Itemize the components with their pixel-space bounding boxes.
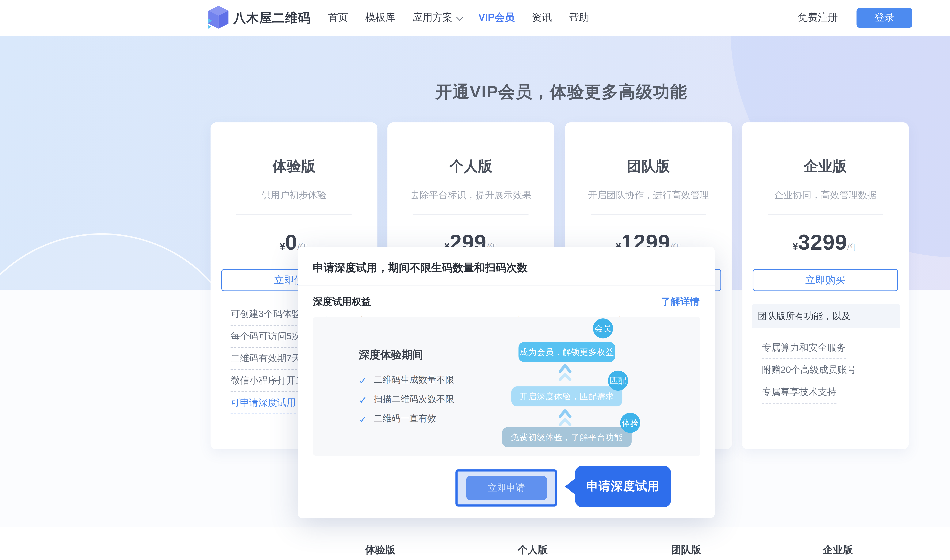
- annotation-highlight-box: 立即申请: [455, 469, 557, 507]
- navbar: 八木屋二维码 首页 模板库 应用方案 VIP会员 资讯 帮助 免费注册 登录: [0, 0, 950, 36]
- funnel-badge-member: 会员: [593, 318, 613, 338]
- compare-table-header: 体验版 个人版 团队版 企业版: [0, 527, 950, 560]
- arrow-up-icon: [557, 362, 573, 383]
- checklist-item: ✓ 二维码生成数量不限: [359, 371, 454, 390]
- compare-col-team: 团队版: [671, 544, 701, 557]
- login-button[interactable]: 登录: [856, 8, 912, 28]
- navbar-actions: 免费注册 登录: [798, 0, 912, 36]
- plan-subtitle: 去除平台标识，提升展示效果: [387, 189, 554, 202]
- plan-name: 企业版: [742, 157, 909, 176]
- plan-price: ¥3299/年: [742, 231, 909, 255]
- nav-item-news[interactable]: 资讯: [532, 11, 552, 24]
- nav-item-home[interactable]: 首页: [328, 11, 348, 24]
- divider: [768, 214, 883, 215]
- check-icon: ✓: [359, 394, 367, 405]
- main-nav: 首页 模板库 应用方案 VIP会员 资讯 帮助: [328, 0, 589, 36]
- price-value: 0: [285, 231, 298, 254]
- page-title: 开通VIP会员，体验更多高级功能: [0, 81, 950, 103]
- checklist-item: ✓ 二维码一直有效: [359, 409, 454, 429]
- detail-link[interactable]: 了解详情: [661, 295, 700, 308]
- compare-col-enterprise: 企业版: [823, 544, 853, 557]
- callout-arrow-icon: [565, 478, 576, 495]
- price-unit: /年: [847, 242, 858, 252]
- price-value: 3299: [798, 231, 847, 254]
- nav-item-solutions[interactable]: 应用方案: [412, 11, 461, 24]
- feature-item: 专属算力和安全服务: [762, 337, 909, 359]
- nav-item-solutions-label: 应用方案: [412, 11, 453, 24]
- chevron-down-icon: [456, 13, 463, 20]
- benefit-title: 深度试用权益: [313, 295, 371, 308]
- funnel-badge-experience: 体验: [620, 413, 640, 433]
- brand-name: 八木屋二维码: [233, 9, 311, 26]
- check-icon: ✓: [359, 375, 367, 386]
- funnel-step-member: 成为会员，解锁更多权益: [518, 342, 615, 362]
- benefit-panel: 深度体验期间 ✓ 二维码生成数量不限 ✓ 扫描二维码次数不限 ✓ 二维码一直有效: [313, 317, 700, 456]
- apply-now-button[interactable]: 立即申请: [466, 476, 547, 500]
- page: 八木屋二维码 首页 模板库 应用方案 VIP会员 资讯 帮助 免费注册 登录 开…: [0, 0, 950, 560]
- feature-list: 专属算力和安全服务 附赠20个高级成员账号 专属尊享技术支持: [742, 337, 909, 403]
- funnel-step-match: 开启深度体验，匹配需求: [511, 386, 622, 406]
- plan-name: 体验版: [211, 157, 377, 176]
- plan-name: 团队版: [565, 157, 732, 176]
- divider: [591, 214, 706, 215]
- nav-item-help[interactable]: 帮助: [569, 11, 589, 24]
- funnel-step-experience: 免费初级体验，了解平台功能: [502, 427, 632, 447]
- plan-name: 个人版: [387, 157, 554, 176]
- compare-col-personal: 个人版: [518, 544, 548, 557]
- register-link[interactable]: 免费注册: [798, 11, 838, 24]
- currency-symbol: ¥: [793, 240, 798, 252]
- plan-cta-button[interactable]: 立即购买: [753, 269, 898, 291]
- currency-symbol: ¥: [279, 240, 285, 252]
- feature-item: 专属尊享技术支持: [762, 382, 909, 403]
- feature-note: 团队版所有功能，以及: [752, 304, 900, 328]
- check-icon: ✓: [359, 413, 367, 425]
- deep-trial-link[interactable]: 可申请深度试用: [231, 396, 296, 414]
- divider: [236, 214, 352, 215]
- benefit-checklist: ✓ 二维码生成数量不限 ✓ 扫描二维码次数不限 ✓ 二维码一直有效: [359, 371, 454, 428]
- compare-col-trial: 体验版: [365, 544, 395, 557]
- feature-item: 附赠20个高级成员账号: [762, 359, 909, 382]
- logo-icon: [208, 5, 229, 31]
- divider: [413, 214, 529, 215]
- arrow-up-icon: [557, 407, 573, 429]
- callout-label: 申请深度试用: [586, 479, 660, 494]
- funnel-badge-match: 匹配: [608, 371, 628, 391]
- annotation-callout: 申请深度试用: [575, 466, 671, 508]
- divider: [298, 286, 715, 286]
- plan-subtitle: 供用户初步体验: [211, 189, 377, 202]
- modal-title: 申请深度试用，期间不限生码数量和扫码次数: [313, 261, 700, 275]
- brand[interactable]: 八木屋二维码: [208, 5, 311, 31]
- plan-subtitle: 企业协同，高效管理数据: [742, 189, 909, 202]
- panel-heading: 深度体验期间: [359, 349, 454, 362]
- nav-item-vip[interactable]: VIP会员: [478, 11, 515, 24]
- checklist-item: ✓ 扫描二维码次数不限: [359, 390, 454, 409]
- benefit-panel-left: 深度体验期间 ✓ 二维码生成数量不限 ✓ 扫描二维码次数不限 ✓ 二维码一直有效: [359, 349, 454, 429]
- benefit-row: 深度试用权益 了解详情: [313, 295, 700, 308]
- nav-item-templates[interactable]: 模板库: [365, 11, 395, 24]
- plan-card-enterprise: 企业版 企业协同，高效管理数据 ¥3299/年 立即购买 团队版所有功能，以及 …: [742, 122, 909, 449]
- plan-subtitle: 开启团队协作，进行高效管理: [565, 189, 732, 202]
